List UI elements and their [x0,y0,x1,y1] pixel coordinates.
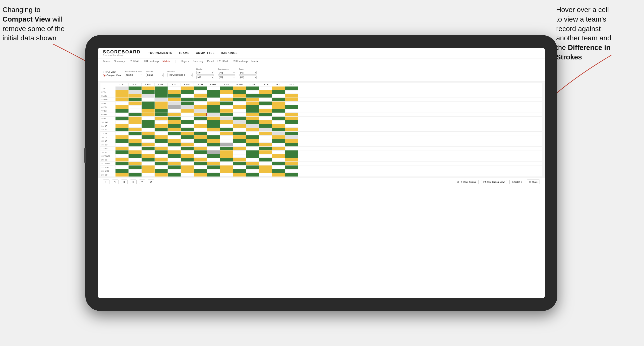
matrix-cell[interactable] [115,135,129,139]
matrix-cell[interactable] [181,158,194,161]
matrix-cell[interactable] [207,147,220,150]
matrix-cell[interactable] [181,150,194,154]
matrix-cell[interactable] [233,105,246,109]
matrix-cell[interactable] [155,90,168,94]
matrix-cell[interactable] [233,158,246,161]
subnav-matrix2[interactable]: Matrix [251,60,258,64]
matrix-cell[interactable] [115,154,129,158]
max-teams-select[interactable]: Top 50 [125,73,142,77]
matrix-cell[interactable] [285,162,298,165]
matrix-cell[interactable] [259,94,272,98]
subnav-h2hheatmap1[interactable]: H2H Heatmap [143,60,159,64]
matrix-cell[interactable] [207,143,220,146]
matrix-cell[interactable] [142,124,155,128]
matrix-cell[interactable] [194,158,207,161]
matrix-cell[interactable] [207,117,220,120]
matrix-cell[interactable] [129,105,142,109]
region-select1[interactable]: N/A [196,71,214,75]
matrix-cell[interactable] [168,128,181,131]
matrix-cell[interactable] [246,173,259,177]
matrix-cell[interactable] [272,109,285,113]
matrix-cell[interactable] [142,162,155,165]
matrix-cell[interactable] [168,109,181,113]
matrix-cell[interactable] [259,105,272,109]
matrix-cell[interactable] [207,169,220,173]
matrix-cell[interactable] [272,173,285,177]
matrix-cell[interactable] [259,135,272,139]
matrix-cell[interactable] [285,113,298,116]
matrix-cell[interactable] [168,135,181,139]
matrix-cell[interactable] [155,128,168,131]
matrix-cell[interactable] [285,139,298,143]
matrix-cell[interactable] [272,117,285,120]
matrix-cell[interactable] [155,162,168,165]
matrix-cell[interactable] [285,165,298,169]
matrix-cell[interactable] [207,94,220,98]
matrix-cell[interactable] [285,90,298,94]
matrix-cell[interactable] [142,135,155,139]
matrix-cell[interactable] [115,139,129,143]
matrix-cell[interactable] [220,154,233,158]
matrix-cell[interactable] [168,173,181,177]
team-select1[interactable]: (All) [239,71,257,75]
matrix-cell[interactable] [115,165,129,169]
matrix-cell[interactable] [272,143,285,146]
matrix-cell[interactable] [155,139,168,143]
matrix-cell[interactable] [155,147,168,150]
matrix-cell[interactable] [129,139,142,143]
matrix-cell[interactable] [194,143,207,146]
matrix-cell[interactable] [194,120,207,124]
matrix-cell[interactable] [142,113,155,116]
matrix-cell[interactable] [181,94,194,98]
matrix-cell[interactable] [168,98,181,101]
matrix-cell[interactable] [246,147,259,150]
matrix-cell[interactable] [155,165,168,169]
matrix-cell[interactable] [129,86,142,90]
matrix-cell[interactable] [272,98,285,101]
matrix-cell[interactable] [259,143,272,146]
matrix-cell[interactable] [142,139,155,143]
matrix-cell[interactable] [194,169,207,173]
matrix-cell[interactable] [259,128,272,131]
matrix-cell[interactable] [220,90,233,94]
matrix-cell[interactable] [115,147,129,150]
matrix-cell[interactable] [233,102,246,105]
share-button[interactable]: ⧉ Share [527,180,540,184]
matrix-cell[interactable] [142,173,155,177]
matrix-cell[interactable] [246,120,259,124]
matrix-cell[interactable] [129,165,142,169]
matrix-cell[interactable] [285,169,298,173]
matrix-cell[interactable] [115,102,129,105]
matrix-cell[interactable] [220,132,233,135]
matrix-cell[interactable] [155,117,168,120]
subnav-teams[interactable]: Teams [103,60,110,64]
matrix-cell[interactable] [168,154,181,158]
matrix-cell[interactable] [285,109,298,113]
matrix-cell[interactable] [155,158,168,161]
subnav-detail[interactable]: Detail [207,60,214,64]
matrix-cell[interactable] [129,154,142,158]
matrix-cell[interactable] [115,113,129,116]
matrix-cell[interactable] [155,132,168,135]
matrix-cell[interactable] [168,150,181,154]
matrix-cell[interactable] [194,165,207,169]
matrix-cell[interactable] [142,117,155,120]
matrix-cell[interactable] [155,173,168,177]
matrix-cell[interactable] [129,113,142,116]
matrix-cell[interactable] [207,120,220,124]
matrix-cell[interactable] [168,158,181,161]
matrix-cell[interactable] [194,150,207,154]
matrix-cell[interactable] [220,162,233,165]
matrix-cell[interactable] [246,162,259,165]
matrix-cell[interactable] [142,120,155,124]
matrix-cell[interactable] [220,109,233,113]
matrix-cell[interactable] [220,117,233,120]
gender-select[interactable]: Men's [146,73,164,77]
matrix-cell[interactable] [115,124,129,128]
watch-button[interactable]: ◎ Watch ▾ [509,180,524,184]
matrix-cell[interactable] [220,128,233,131]
matrix-cell[interactable] [194,109,207,113]
matrix-cell[interactable] [142,86,155,90]
matrix-cell[interactable] [194,86,207,90]
matrix-cell[interactable] [220,124,233,128]
